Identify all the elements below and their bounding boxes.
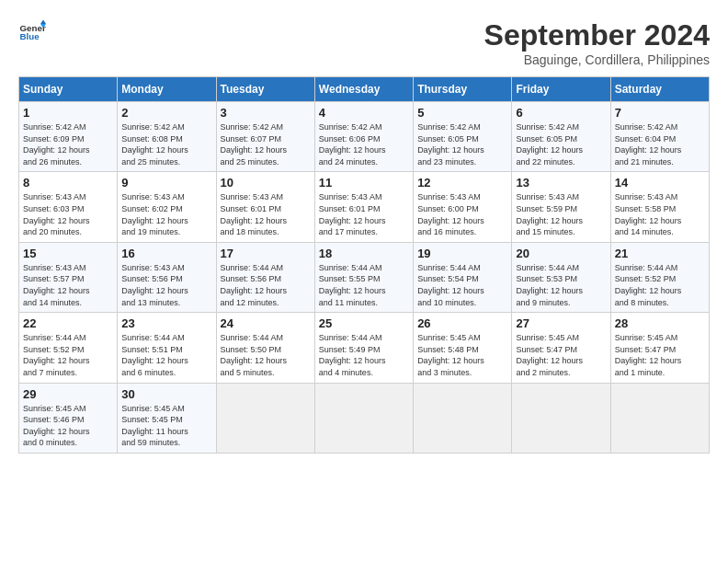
day-number: 15 [23, 247, 113, 260]
day-number: 6 [516, 106, 606, 120]
day-info: Sunrise: 5:42 AM Sunset: 6:09 PM Dayligh… [23, 121, 113, 167]
day-number: 28 [615, 316, 705, 330]
calendar-row: 29Sunrise: 5:45 AM Sunset: 5:46 PM Dayli… [19, 383, 710, 453]
calendar-cell: 7Sunrise: 5:42 AM Sunset: 6:04 PM Daylig… [610, 102, 709, 172]
day-info: Sunrise: 5:44 AM Sunset: 5:55 PM Dayligh… [319, 262, 409, 308]
day-number: 10 [221, 176, 311, 190]
day-info: Sunrise: 5:43 AM Sunset: 6:00 PM Dayligh… [417, 191, 507, 237]
calendar-cell: 16Sunrise: 5:43 AM Sunset: 5:56 PM Dayli… [118, 242, 216, 312]
day-info: Sunrise: 5:44 AM Sunset: 5:52 PM Dayligh… [23, 332, 113, 378]
header-saturday: Saturday [610, 77, 709, 102]
location-title: Baguinge, Cordillera, Philippines [484, 52, 710, 67]
calendar-cell: 6Sunrise: 5:42 AM Sunset: 6:05 PM Daylig… [512, 102, 610, 172]
day-info: Sunrise: 5:44 AM Sunset: 5:54 PM Dayligh… [417, 262, 507, 308]
day-info: Sunrise: 5:42 AM Sunset: 6:05 PM Dayligh… [417, 121, 507, 167]
day-info: Sunrise: 5:45 AM Sunset: 5:47 PM Dayligh… [615, 332, 705, 378]
header-friday: Friday [512, 77, 610, 102]
day-number: 3 [221, 106, 311, 120]
calendar-cell: 14Sunrise: 5:43 AM Sunset: 5:58 PM Dayli… [610, 172, 709, 242]
day-number: 14 [615, 176, 705, 190]
month-title: September 2024 [484, 18, 710, 52]
calendar-cell: 8Sunrise: 5:43 AM Sunset: 6:03 PM Daylig… [19, 172, 118, 242]
calendar-cell: 26Sunrise: 5:45 AM Sunset: 5:48 PM Dayli… [414, 313, 512, 383]
page-header: General Blue September 2024 Baguinge, Co… [18, 18, 710, 67]
calendar-cell: 4Sunrise: 5:42 AM Sunset: 6:06 PM Daylig… [314, 102, 413, 172]
calendar-cell: 23Sunrise: 5:44 AM Sunset: 5:51 PM Dayli… [118, 313, 216, 383]
day-info: Sunrise: 5:44 AM Sunset: 5:56 PM Dayligh… [221, 262, 311, 308]
calendar-cell: 29Sunrise: 5:45 AM Sunset: 5:46 PM Dayli… [19, 383, 118, 453]
day-number: 20 [516, 247, 606, 260]
day-number: 9 [121, 176, 211, 190]
day-number: 30 [121, 387, 211, 401]
day-info: Sunrise: 5:44 AM Sunset: 5:49 PM Dayligh… [319, 332, 409, 378]
day-number: 2 [121, 106, 211, 120]
calendar-cell: 30Sunrise: 5:45 AM Sunset: 5:45 PM Dayli… [118, 383, 216, 453]
day-number: 22 [23, 316, 113, 330]
day-number: 7 [615, 106, 705, 120]
day-number: 29 [23, 387, 113, 401]
day-number: 26 [417, 316, 507, 330]
calendar-row: 8Sunrise: 5:43 AM Sunset: 6:03 PM Daylig… [19, 172, 710, 242]
day-info: Sunrise: 5:43 AM Sunset: 5:56 PM Dayligh… [121, 262, 211, 308]
header-wednesday: Wednesday [314, 77, 413, 102]
day-number: 23 [121, 316, 211, 330]
calendar-cell: 18Sunrise: 5:44 AM Sunset: 5:55 PM Dayli… [314, 242, 413, 312]
day-number: 11 [319, 176, 409, 190]
day-number: 4 [319, 106, 409, 120]
day-info: Sunrise: 5:43 AM Sunset: 5:59 PM Dayligh… [516, 191, 606, 237]
day-number: 1 [23, 106, 113, 120]
header-row: SundayMondayTuesdayWednesdayThursdayFrid… [19, 77, 710, 102]
calendar-cell [610, 383, 709, 453]
calendar-cell: 11Sunrise: 5:43 AM Sunset: 6:01 PM Dayli… [314, 172, 413, 242]
calendar-cell [414, 383, 512, 453]
calendar-row: 22Sunrise: 5:44 AM Sunset: 5:52 PM Dayli… [19, 313, 710, 383]
logo: General Blue [18, 18, 46, 46]
calendar-cell: 12Sunrise: 5:43 AM Sunset: 6:00 PM Dayli… [414, 172, 512, 242]
day-info: Sunrise: 5:43 AM Sunset: 6:02 PM Dayligh… [121, 191, 211, 237]
calendar-cell: 5Sunrise: 5:42 AM Sunset: 6:05 PM Daylig… [414, 102, 512, 172]
day-number: 17 [221, 247, 311, 260]
calendar-cell: 15Sunrise: 5:43 AM Sunset: 5:57 PM Dayli… [19, 242, 118, 312]
header-thursday: Thursday [414, 77, 512, 102]
calendar-cell: 27Sunrise: 5:45 AM Sunset: 5:47 PM Dayli… [512, 313, 610, 383]
day-info: Sunrise: 5:43 AM Sunset: 5:58 PM Dayligh… [615, 191, 705, 237]
calendar-cell: 17Sunrise: 5:44 AM Sunset: 5:56 PM Dayli… [216, 242, 314, 312]
day-info: Sunrise: 5:44 AM Sunset: 5:50 PM Dayligh… [221, 332, 311, 378]
logo-icon: General Blue [18, 18, 46, 46]
day-number: 24 [221, 316, 311, 330]
calendar-cell: 21Sunrise: 5:44 AM Sunset: 5:52 PM Dayli… [610, 242, 709, 312]
calendar-cell: 3Sunrise: 5:42 AM Sunset: 6:07 PM Daylig… [216, 102, 314, 172]
calendar-cell: 2Sunrise: 5:42 AM Sunset: 6:08 PM Daylig… [118, 102, 216, 172]
header-sunday: Sunday [19, 77, 118, 102]
calendar-table: SundayMondayTuesdayWednesdayThursdayFrid… [18, 76, 710, 454]
calendar-cell: 24Sunrise: 5:44 AM Sunset: 5:50 PM Dayli… [216, 313, 314, 383]
calendar-cell: 20Sunrise: 5:44 AM Sunset: 5:53 PM Dayli… [512, 242, 610, 312]
calendar-cell [512, 383, 610, 453]
day-info: Sunrise: 5:45 AM Sunset: 5:45 PM Dayligh… [121, 403, 211, 449]
day-info: Sunrise: 5:43 AM Sunset: 6:01 PM Dayligh… [221, 191, 311, 237]
day-number: 18 [319, 247, 409, 260]
day-number: 21 [615, 247, 705, 260]
day-info: Sunrise: 5:42 AM Sunset: 6:04 PM Dayligh… [615, 121, 705, 167]
day-info: Sunrise: 5:44 AM Sunset: 5:53 PM Dayligh… [516, 262, 606, 308]
day-info: Sunrise: 5:44 AM Sunset: 5:52 PM Dayligh… [615, 262, 705, 308]
calendar-row: 1Sunrise: 5:42 AM Sunset: 6:09 PM Daylig… [19, 102, 710, 172]
calendar-cell: 28Sunrise: 5:45 AM Sunset: 5:47 PM Dayli… [610, 313, 709, 383]
day-info: Sunrise: 5:42 AM Sunset: 6:06 PM Dayligh… [319, 121, 409, 167]
calendar-cell: 13Sunrise: 5:43 AM Sunset: 5:59 PM Dayli… [512, 172, 610, 242]
calendar-cell [314, 383, 413, 453]
title-area: September 2024 Baguinge, Cordillera, Phi… [484, 18, 710, 67]
day-number: 19 [417, 247, 507, 260]
day-info: Sunrise: 5:43 AM Sunset: 6:01 PM Dayligh… [319, 191, 409, 237]
calendar-cell: 10Sunrise: 5:43 AM Sunset: 6:01 PM Dayli… [216, 172, 314, 242]
calendar-row: 15Sunrise: 5:43 AM Sunset: 5:57 PM Dayli… [19, 242, 710, 312]
day-info: Sunrise: 5:42 AM Sunset: 6:07 PM Dayligh… [221, 121, 311, 167]
day-number: 13 [516, 176, 606, 190]
day-info: Sunrise: 5:42 AM Sunset: 6:05 PM Dayligh… [516, 121, 606, 167]
day-number: 5 [417, 106, 507, 120]
header-monday: Monday [118, 77, 216, 102]
day-number: 16 [121, 247, 211, 260]
day-info: Sunrise: 5:42 AM Sunset: 6:08 PM Dayligh… [121, 121, 211, 167]
day-number: 8 [23, 176, 113, 190]
day-info: Sunrise: 5:45 AM Sunset: 5:47 PM Dayligh… [516, 332, 606, 378]
